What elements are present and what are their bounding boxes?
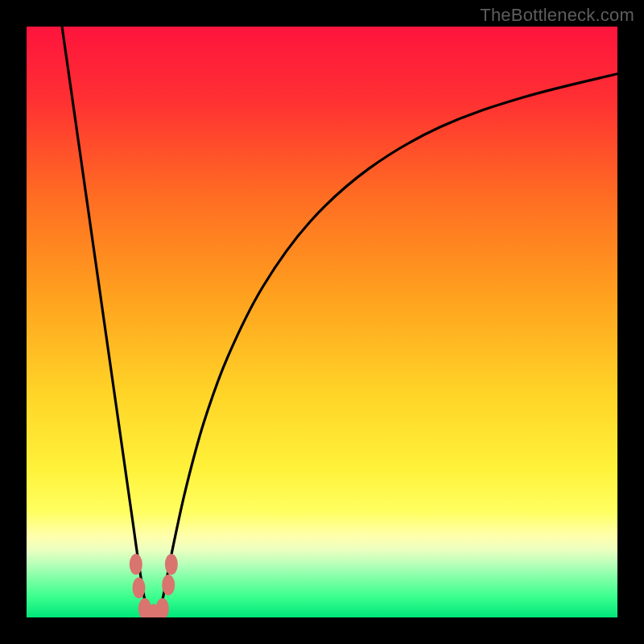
plot-area: [27, 27, 617, 617]
attribution-text: TheBottleneck.com: [480, 5, 634, 26]
curve-marker: [132, 577, 145, 598]
curve-marker: [165, 554, 178, 575]
curve-layer: [27, 27, 617, 617]
curve-marker: [130, 554, 142, 575]
curve-marker: [156, 598, 169, 617]
chart-frame: TheBottleneck.com: [0, 0, 644, 644]
bottleneck-curve: [62, 27, 617, 617]
curve-markers: [130, 554, 178, 617]
curve-marker: [162, 575, 175, 596]
